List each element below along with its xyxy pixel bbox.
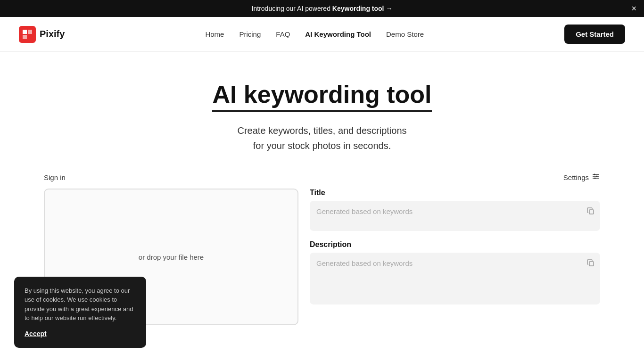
description-placeholder: Generated based on keywords xyxy=(316,259,413,267)
description-box: Generated based on keywords xyxy=(310,253,600,304)
announcement-link[interactable]: Keywording tool → xyxy=(332,5,393,12)
accept-cookie-button[interactable]: Accept xyxy=(25,330,47,337)
description-copy-icon[interactable] xyxy=(587,259,594,269)
cookie-banner: By using this website, you agree to our … xyxy=(14,277,146,345)
svg-point-6 xyxy=(594,174,595,175)
title-placeholder: Generated based on keywords xyxy=(316,207,413,215)
tool-header: Sign in Settings xyxy=(44,172,600,183)
hero-section: AI keywording tool Create keywords, titl… xyxy=(0,52,644,172)
title-box: Generated based on keywords xyxy=(310,201,600,231)
title-label: Title xyxy=(310,189,600,197)
hero-subtitle: Create keywords, titles, and description… xyxy=(19,123,625,153)
nav-links: Home Pricing FAQ AI Keywording Tool Demo… xyxy=(205,30,424,39)
upload-prompt: or drop your file here xyxy=(139,253,204,261)
svg-point-7 xyxy=(596,176,598,177)
nav-ai-keywording[interactable]: AI Keywording Tool xyxy=(305,30,371,38)
announcement-bar: Introducing our AI powered Keywording to… xyxy=(0,0,644,17)
title-field: Title Generated based on keywords xyxy=(310,189,600,231)
logo-icon xyxy=(19,26,36,43)
svg-rect-1 xyxy=(28,30,32,34)
svg-rect-10 xyxy=(589,262,594,266)
announcement-close-button[interactable]: × xyxy=(631,4,636,13)
description-field: Description Generated based on keywords xyxy=(310,240,600,304)
settings-button[interactable]: Settings xyxy=(563,172,600,183)
svg-rect-0 xyxy=(23,30,27,34)
sign-in-link[interactable]: Sign in xyxy=(44,173,66,181)
nav-home[interactable]: Home xyxy=(205,30,224,38)
nav-faq[interactable]: FAQ xyxy=(276,30,290,38)
right-panel: Title Generated based on keywords Descri… xyxy=(310,189,600,325)
logo-text: Pixify xyxy=(40,29,65,40)
cookie-text: By using this website, you agree to our … xyxy=(25,286,136,323)
svg-rect-2 xyxy=(23,35,27,39)
nav-demo-store[interactable]: Demo Store xyxy=(386,30,424,38)
logo[interactable]: Pixify xyxy=(19,26,65,43)
announcement-text: Introducing our AI powered Keywording to… xyxy=(252,5,393,12)
settings-icon xyxy=(592,172,600,183)
description-label: Description xyxy=(310,240,600,249)
nav-pricing[interactable]: Pricing xyxy=(239,30,261,38)
title-copy-icon[interactable] xyxy=(587,207,594,217)
svg-point-8 xyxy=(594,178,596,179)
hero-title: AI keywording tool xyxy=(212,80,431,112)
navbar: Pixify Home Pricing FAQ AI Keywording To… xyxy=(0,17,644,52)
get-started-button[interactable]: Get Started xyxy=(564,25,625,44)
svg-rect-9 xyxy=(589,210,594,214)
